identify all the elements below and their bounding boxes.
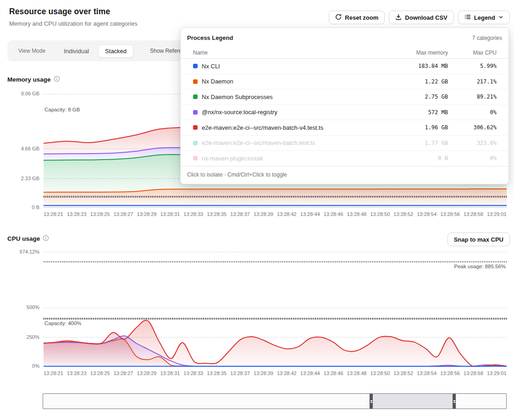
x-axis-tick: 13:28:35 <box>207 370 227 376</box>
time-brush[interactable] <box>43 393 507 409</box>
process-name-text: Nx Daemon Subprocesses <box>202 94 273 100</box>
legend-category-count: 7 categories <box>472 35 502 41</box>
process-name: Nx Daemon Subprocesses <box>193 94 388 100</box>
max-cpu-value: 306.62% <box>448 124 497 131</box>
process-name-text: e2e-maven:e2e-ci--src/maven-batch-v4.tes… <box>202 124 323 131</box>
process-name-text: e2e-maven:e2e-ci--src/maven-batch.test.t… <box>202 139 315 146</box>
max-cpu-value: 217.1% <box>448 78 497 85</box>
color-swatch <box>193 94 198 99</box>
max-memory-value: 1.77 GB <box>388 140 448 146</box>
x-axis-tick: 13:28:25 <box>90 211 110 217</box>
memory-title-text: Memory usage <box>7 76 51 83</box>
process-name: Nx Daemon <box>193 78 388 85</box>
x-axis-tick: 13:28:29 <box>137 370 157 376</box>
x-axis-tick: 13:28:21 <box>44 211 63 217</box>
view-mode-individual[interactable]: Individual <box>57 45 95 57</box>
y-axis-tick: 4.66 GB <box>21 146 39 151</box>
legend-button[interactable]: Legend <box>458 11 510 24</box>
x-axis-tick: 13:28:31 <box>160 370 180 376</box>
x-axis-tick: 13:28:33 <box>183 211 203 217</box>
x-axis-tick: 13:28:31 <box>160 211 180 217</box>
x-axis-tick: 13:28:37 <box>230 211 250 217</box>
x-axis-tick: 13:28:35 <box>207 211 227 217</box>
legend-row[interactable]: Nx Daemon Subprocesses2.75 GB89.21% <box>181 89 508 105</box>
max-cpu-value: 89.21% <box>448 94 497 100</box>
x-axis-tick: 13:28:27 <box>114 211 133 217</box>
cpu-title-text: CPU usage <box>7 235 40 242</box>
legend-row[interactable]: nx-maven-plugin:install0 B0% <box>181 151 508 166</box>
header-buttons: Reset zoom Download CSV Legend <box>329 11 510 24</box>
color-swatch <box>193 79 198 84</box>
x-axis-tick: 13:28:44 <box>300 370 320 376</box>
x-axis-tick: 13:28:27 <box>114 370 133 376</box>
x-axis-tick: 13:28:56 <box>440 211 460 217</box>
x-axis-tick: 13:28:42 <box>277 370 297 376</box>
legend-popup-header: Process Legend 7 categories <box>181 28 508 47</box>
y-axis-tick: 0% <box>32 363 39 369</box>
view-mode-stacked[interactable]: Stacked <box>98 44 133 58</box>
max-memory-value: 1.96 GB <box>388 124 448 131</box>
x-axis-tick: 13:29:01 <box>487 370 507 376</box>
reset-zoom-label: Reset zoom <box>345 14 378 21</box>
memory-capacity-label: Capacity: 8 GB <box>44 107 80 112</box>
color-swatch <box>193 64 198 68</box>
brush-selection[interactable] <box>370 394 456 409</box>
x-axis-tick: 13:28:23 <box>67 211 87 217</box>
x-axis-tick: 13:28:48 <box>347 211 367 217</box>
max-memory-value: 1.22 GB <box>388 78 448 85</box>
x-axis-tick: 13:28:54 <box>417 370 437 376</box>
process-name-text: nx-maven-plugin:install <box>202 155 263 162</box>
max-memory-value: 183.84 MB <box>388 63 448 69</box>
cpu-peak-label: Peak usage: 885.56% <box>454 264 506 269</box>
info-icon[interactable] <box>54 76 60 83</box>
y-axis-tick: 974.12% <box>20 249 39 254</box>
brush-handle-right[interactable] <box>453 394 456 409</box>
x-axis-tick: 13:28:52 <box>393 211 413 217</box>
process-name-text: Nx CLI <box>202 63 220 70</box>
column-name: Name <box>193 50 388 56</box>
max-cpu-value: 323.6% <box>448 140 497 146</box>
x-axis-tick: 13:28:46 <box>324 211 343 217</box>
max-memory-value: 0 B <box>388 155 448 161</box>
cpu-chart-canvas[interactable] <box>44 250 507 367</box>
legend-row[interactable]: e2e-maven:e2e-ci--src/maven-batch.test.t… <box>181 136 508 151</box>
download-csv-button[interactable]: Download CSV <box>389 11 453 24</box>
x-axis-tick: 13:28:46 <box>324 370 343 376</box>
memory-x-axis: 13:28:2113:28:2313:28:2513:28:2713:28:29… <box>44 211 507 217</box>
max-cpu-value: 0% <box>448 109 497 116</box>
x-axis-tick: 13:28:58 <box>464 370 483 376</box>
list-icon <box>464 14 471 22</box>
y-axis-tick: 2.33 GB <box>21 176 39 181</box>
x-axis-tick: 13:28:58 <box>464 211 483 217</box>
max-memory-value: 2.75 GB <box>388 94 448 100</box>
process-name: e2e-maven:e2e-ci--src/maven-batch.test.t… <box>193 139 388 146</box>
color-swatch <box>193 125 198 130</box>
x-axis-tick: 13:28:29 <box>137 211 157 217</box>
column-max-cpu: Max CPU <box>448 50 497 56</box>
max-cpu-value: 5.99% <box>448 63 497 69</box>
legend-row[interactable]: @nx/nx-source:local-registry572 MB0% <box>181 105 508 121</box>
x-axis-tick: 13:28:52 <box>393 370 413 376</box>
x-axis-tick: 13:28:54 <box>417 211 437 217</box>
info-icon[interactable] <box>43 235 49 243</box>
view-mode-label: View Mode <box>18 48 45 54</box>
cpu-capacity-label: Capacity: 400% <box>44 321 82 326</box>
x-axis-tick: 13:28:23 <box>67 370 87 376</box>
x-axis-tick: 13:28:42 <box>277 211 297 217</box>
x-axis-tick: 13:28:48 <box>347 370 367 376</box>
legend-row[interactable]: Nx Daemon1.22 GB217.1% <box>181 74 508 90</box>
x-axis-tick: 13:28:33 <box>183 370 203 376</box>
legend-row[interactable]: Nx CLI183.84 MB5.99% <box>181 59 508 74</box>
cpu-chart[interactable]: Peak usage: 885.56% Capacity: 400% <box>44 250 507 367</box>
page-subtitle: Memory and CPU utilization for agent cat… <box>9 20 138 27</box>
legend-row[interactable]: e2e-maven:e2e-ci--src/maven-batch-v4.tes… <box>181 120 508 136</box>
memory-capacity-line <box>44 196 507 198</box>
cpu-section-title: CPU usage <box>7 235 49 243</box>
download-csv-label: Download CSV <box>405 14 447 21</box>
process-name: @nx/nx-source:local-registry <box>193 109 388 116</box>
reset-zoom-button[interactable]: Reset zoom <box>329 11 385 24</box>
y-axis-tick: 500% <box>27 304 39 310</box>
snap-to-max-cpu-button[interactable]: Snap to max CPU <box>448 232 510 246</box>
brush-handle-left[interactable] <box>370 394 373 409</box>
x-axis-tick: 13:28:56 <box>440 370 460 376</box>
